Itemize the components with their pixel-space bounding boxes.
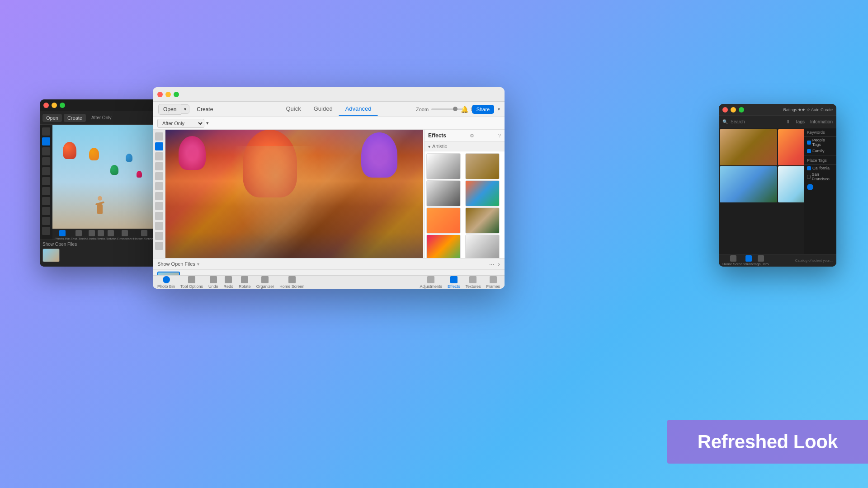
selection-icon[interactable] xyxy=(42,137,50,145)
organizer-button-left[interactable]: Organizer xyxy=(117,230,132,241)
hand-tool-icon[interactable] xyxy=(155,232,163,240)
dots-menu-icon[interactable]: ··· xyxy=(489,260,495,267)
circle-tool-icon[interactable] xyxy=(155,172,163,180)
share-button[interactable]: Share xyxy=(472,105,494,114)
zoom-thumb[interactable] xyxy=(453,107,458,111)
effect-colorful[interactable] xyxy=(465,180,500,206)
paint-tool-icon[interactable] xyxy=(155,212,163,220)
heal-tool-icon[interactable] xyxy=(155,182,163,190)
effect-warm[interactable] xyxy=(426,207,461,234)
add-icon[interactable] xyxy=(42,227,50,235)
adjustments-button[interactable]: Adjustments xyxy=(420,276,443,289)
add-tool-icon[interactable] xyxy=(155,242,163,250)
divider-1 xyxy=(804,155,836,155)
text-tool-icon[interactable] xyxy=(155,202,163,210)
rotate-button-left[interactable]: Rotate xyxy=(106,230,117,241)
text-tools-button[interactable]: Text Tools xyxy=(71,230,86,241)
create-button[interactable]: Create xyxy=(192,104,217,114)
center-navbar: Open ▾ Create Quick Guided Advanced Zoom… xyxy=(153,102,505,117)
effect-sketch[interactable] xyxy=(426,180,461,206)
redo-icon xyxy=(225,276,232,283)
shape-icon[interactable] xyxy=(42,197,50,205)
crop-icon[interactable] xyxy=(42,147,50,155)
photo-bin-button-center[interactable]: Photo Bin xyxy=(157,276,175,289)
textures-button[interactable]: Textures xyxy=(465,276,481,289)
selection-tool-icon[interactable] xyxy=(155,142,163,150)
adjustments-icon xyxy=(427,276,434,283)
san-francisco-tag: San Francisco xyxy=(804,171,836,182)
pen-icon[interactable] xyxy=(42,207,50,215)
organizer-label: Organizer xyxy=(256,284,274,289)
home-screen-button-right[interactable]: Home Screen xyxy=(722,255,745,266)
photo-bin-button[interactable]: Photo Bin xyxy=(55,230,71,241)
effect-bw[interactable] xyxy=(426,153,461,179)
tab-advanced[interactable]: Advanced xyxy=(339,103,378,116)
eye-icon[interactable] xyxy=(42,157,50,165)
bell-icon[interactable]: 🔔 xyxy=(461,106,468,113)
effects-settings-icon[interactable]: ⚙ xyxy=(470,133,474,139)
organizer-button-center[interactable]: Organizer xyxy=(256,276,274,289)
redo-button-left[interactable]: Redo xyxy=(96,230,105,241)
undo-button-center[interactable]: Undo xyxy=(208,276,218,289)
show-open-files-bar: Show Open Files ▾ ··· › xyxy=(153,258,505,270)
nav-icons-right: 🔔 Share ▾ xyxy=(461,105,500,114)
right-minimize-icon[interactable] xyxy=(731,107,736,113)
search-tool-icon[interactable] xyxy=(155,132,163,141)
right-photo-man[interactable] xyxy=(720,129,777,165)
right-maximize-icon[interactable] xyxy=(739,107,744,113)
effects-button[interactable]: Effects xyxy=(448,276,460,289)
refreshed-look-text: Refreshed Look xyxy=(698,431,838,453)
maximize-icon[interactable] xyxy=(60,103,65,108)
crop-tool-icon[interactable] xyxy=(155,152,163,160)
left-titlebar xyxy=(40,99,157,111)
undo-button-left[interactable]: Undo xyxy=(87,230,96,241)
tab-quick[interactable]: Quick xyxy=(280,103,307,116)
right-people-tags: People Tags xyxy=(804,137,836,148)
search-icon[interactable] xyxy=(42,127,50,136)
brush-icon[interactable] xyxy=(42,177,50,185)
brush-tool-icon[interactable] xyxy=(155,192,163,200)
right-content: Keywords People Tags Family Place Tags C… xyxy=(719,128,836,254)
home-screen-button-center[interactable]: Home Screen xyxy=(279,276,304,289)
effect-mona[interactable] xyxy=(465,207,500,234)
minimize-icon[interactable] xyxy=(52,103,57,108)
tab-guided[interactable]: Guided xyxy=(307,103,339,116)
rotate-button-center[interactable]: Rotate xyxy=(239,276,251,289)
collapse-icon[interactable]: › xyxy=(498,260,500,267)
hand-icon[interactable] xyxy=(42,217,50,225)
center-minimize-icon[interactable] xyxy=(165,92,171,97)
show-open-dropdown-icon[interactable]: ▾ xyxy=(197,262,199,267)
frames-button[interactable]: Frames xyxy=(486,276,500,289)
effects-help-icon[interactable]: ? xyxy=(498,133,501,138)
filter-select[interactable]: After Only Before Only Before & After xyxy=(157,119,204,128)
center-maximize-icon[interactable] xyxy=(174,92,179,97)
share-dropdown-icon[interactable]: ▾ xyxy=(498,107,500,112)
open-button[interactable]: Open xyxy=(158,104,181,115)
home-screen-button-left[interactable]: Home Screen xyxy=(133,230,156,241)
tool-options-button[interactable]: Tool Options xyxy=(180,276,203,289)
effects-section-artistic[interactable]: ▾ Artistic xyxy=(425,142,505,151)
pen-tool-icon[interactable] xyxy=(155,222,163,230)
close-icon[interactable] xyxy=(43,103,49,108)
effect-sepia[interactable] xyxy=(465,153,500,179)
family-checkbox[interactable] xyxy=(807,149,811,153)
center-close-icon[interactable] xyxy=(157,92,163,97)
sf-checkbox[interactable] xyxy=(807,175,811,179)
tags-info-button-right[interactable]: Tags, Info xyxy=(753,255,769,266)
left-open-button[interactable]: Open xyxy=(42,114,62,122)
right-share-icon[interactable]: ⬆ xyxy=(786,119,790,124)
effect-pencil[interactable] xyxy=(465,235,500,258)
effect-abstract[interactable] xyxy=(426,235,461,258)
text-icon[interactable] xyxy=(42,187,50,195)
left-create-button[interactable]: Create xyxy=(64,114,86,122)
open-dropdown-button[interactable]: ▾ xyxy=(181,104,189,114)
eye-tool-icon[interactable] xyxy=(155,162,163,170)
heal-icon[interactable] xyxy=(42,167,50,175)
right-photo-mountain[interactable] xyxy=(720,166,777,202)
thumbnail-1[interactable] xyxy=(42,249,60,262)
california-checkbox[interactable] xyxy=(807,166,811,170)
people-checkbox[interactable] xyxy=(807,141,811,145)
redo-button-center[interactable]: Redo xyxy=(224,276,234,289)
right-close-icon[interactable] xyxy=(722,107,728,113)
draw-button-right[interactable]: Draw xyxy=(745,255,753,266)
